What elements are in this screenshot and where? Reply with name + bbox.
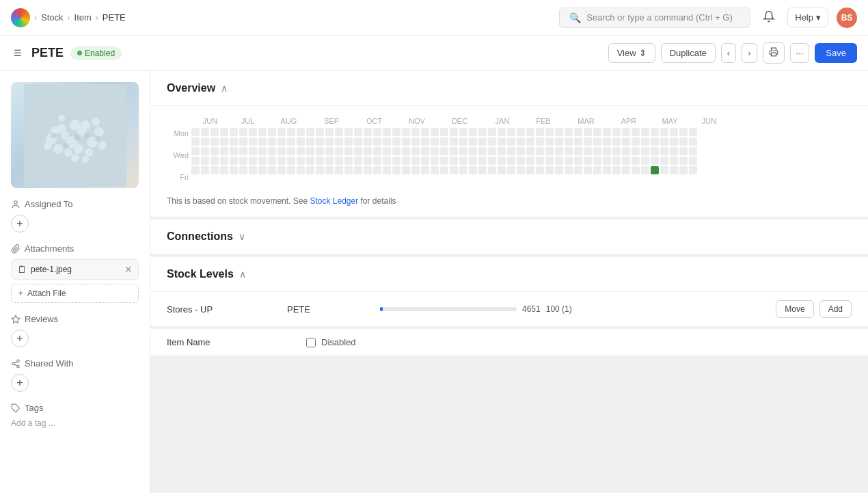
cal-cell [526, 128, 534, 136]
breadcrumb-stock[interactable]: Stock [41, 12, 64, 23]
print-button[interactable] [763, 42, 785, 64]
save-button[interactable]: Save [815, 43, 857, 63]
shared-with-section: Shared With + [11, 358, 139, 392]
overview-header[interactable]: Overview ∧ [150, 71, 868, 106]
cal-week [565, 128, 573, 183]
add-tag-text[interactable]: Add a tag ... [11, 418, 139, 428]
content-area: Overview ∧ JUN JUL AUG SEP OCT NOV DEC J… [150, 71, 868, 493]
cal-week [354, 128, 362, 183]
cal-cell [344, 157, 353, 165]
search-bar[interactable]: 🔍 Search or type a command (Ctrl + G) [559, 8, 750, 28]
cal-cell [545, 166, 554, 174]
cal-cell [555, 137, 563, 146]
item-name-label: Item Name [167, 337, 290, 347]
status-badge: Enabled [70, 46, 122, 60]
cal-cell [297, 157, 305, 165]
connections-title: Connections [167, 230, 233, 243]
cal-cell [469, 166, 477, 174]
more-options-button[interactable]: ··· [790, 43, 810, 63]
cal-cell [603, 166, 611, 174]
search-placeholder: Search or type a command (Ctrl + G) [586, 12, 733, 23]
cal-cell [498, 147, 506, 155]
cal-cell [651, 147, 659, 155]
cal-cell [526, 166, 534, 174]
month-dec: DEC [437, 117, 482, 125]
move-button[interactable]: Move [776, 300, 813, 318]
assigned-to-section: Assigned To + [11, 199, 139, 232]
next-button[interactable]: › [742, 43, 757, 63]
svg-point-9 [74, 144, 83, 154]
cal-cell [536, 137, 544, 146]
avatar[interactable]: BS [837, 8, 857, 28]
cal-cell [258, 157, 267, 165]
help-button[interactable]: Help ▾ [787, 8, 828, 27]
duplicate-button[interactable]: Duplicate [661, 43, 716, 63]
cal-cell [459, 137, 467, 146]
cal-cell [517, 166, 525, 174]
cal-cell [651, 166, 659, 174]
add-assigned-button[interactable]: + [11, 215, 29, 232]
cal-cell [325, 157, 334, 165]
cal-cell [651, 128, 659, 136]
cal-cell [545, 128, 554, 136]
cal-cell [268, 157, 276, 165]
cal-cell [507, 166, 515, 174]
cal-cell [392, 137, 401, 146]
cal-note-text: This is based on stock movement. See [167, 196, 308, 206]
cal-cell [211, 128, 219, 136]
breadcrumb-item[interactable]: Item [74, 12, 92, 23]
cal-cell [316, 147, 324, 155]
stock-ledger-link[interactable]: Stock Ledger [310, 196, 358, 206]
cal-cell [277, 128, 286, 136]
cal-cell [230, 137, 238, 146]
cal-cell [306, 147, 314, 155]
day-labels: Mon Wed Fri [167, 128, 189, 183]
cal-cell [641, 166, 649, 174]
cal-cell [593, 128, 601, 136]
cal-week [498, 128, 506, 183]
status-label: Enabled [85, 49, 115, 58]
attachment-filename: pete-1.jpeg [31, 265, 120, 274]
stock-levels-header[interactable]: Stock Levels ∧ [150, 257, 868, 292]
month-jun-1: JUN [191, 117, 229, 125]
view-button[interactable]: View ⇕ [608, 43, 655, 63]
item-name-section: Item Name Disabled [150, 329, 868, 356]
cal-week [679, 128, 688, 183]
attachment-remove-button[interactable]: ✕ [124, 264, 133, 275]
sidebar: Assigned To + Attachments 🗒 pete-1.jpeg … [0, 71, 150, 493]
cal-cell [325, 147, 334, 155]
cal-cell [574, 147, 582, 155]
add-shared-button[interactable]: + [11, 374, 29, 392]
user-icon [11, 200, 21, 209]
disabled-checkbox[interactable] [306, 338, 316, 347]
cal-cell [478, 166, 487, 174]
attach-file-button[interactable]: + Attach File [11, 284, 139, 303]
prev-button[interactable]: ‹ [721, 43, 736, 63]
cal-cell [230, 128, 238, 136]
cal-cell [392, 128, 401, 136]
top-nav-right: 🔍 Search or type a command (Ctrl + G) He… [559, 6, 857, 29]
add-review-button[interactable]: + [11, 330, 29, 347]
hamburger-button[interactable]: ☰ [11, 45, 25, 61]
cal-cell [517, 147, 525, 155]
notifications-button[interactable] [759, 6, 779, 29]
cal-cell [689, 166, 697, 174]
shared-with-header: Shared With [11, 358, 139, 369]
cal-cell [431, 166, 439, 174]
svg-point-26 [95, 136, 100, 142]
cal-cell [632, 157, 640, 165]
cal-cell [335, 147, 343, 155]
cal-cell [469, 137, 477, 146]
cal-cell [459, 157, 467, 165]
cal-cell [239, 166, 247, 174]
add-stock-button[interactable]: Add [819, 300, 852, 318]
cal-week [488, 128, 496, 183]
item-image [11, 82, 139, 188]
month-may: MAY [649, 117, 690, 125]
cal-cell [287, 128, 295, 136]
cal-cell [555, 166, 563, 174]
connections-header[interactable]: Connections ∨ [150, 219, 868, 254]
breadcrumb-sep-1: › [34, 13, 37, 23]
cal-cell [373, 166, 381, 174]
app-logo[interactable] [11, 8, 30, 27]
